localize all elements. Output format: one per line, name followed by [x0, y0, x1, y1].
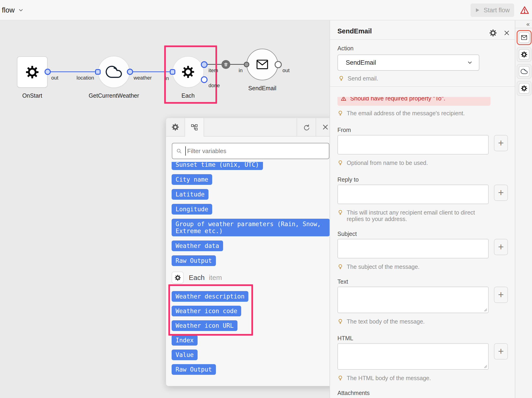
from-input[interactable] [337, 135, 489, 154]
action-hint: Send email. [338, 75, 378, 82]
error-message: Should have required property "To". [350, 97, 445, 102]
flow-name-dropdown[interactable]: flow [2, 0, 24, 20]
node-onstart[interactable] [17, 56, 48, 88]
html-input[interactable] [337, 343, 489, 370]
bulb-icon [337, 375, 343, 381]
resize-handle-icon[interactable] [484, 365, 487, 368]
each-node-icon [172, 272, 184, 284]
tab-variables[interactable] [185, 118, 204, 137]
port-label-in: in [165, 75, 169, 82]
validation-error-banner: Should have required property "To". [337, 97, 490, 106]
refresh-icon [303, 124, 310, 131]
subject-insert-variable-button[interactable]: + [494, 239, 508, 255]
port-label-sendemail-out: out [282, 68, 290, 74]
tree-icon [191, 124, 198, 131]
filter-variables-input[interactable] [187, 147, 329, 155]
variable-picker-popup: Sunset time (unix, UTC)City nameLatitude… [166, 118, 335, 386]
bulb-icon [337, 160, 343, 166]
gear-icon [172, 124, 179, 131]
port-label-weather: weather [133, 75, 152, 81]
inspector-title: SendEmail [337, 27, 372, 35]
node-sendemail[interactable] [247, 49, 278, 80]
cloud-icon [106, 63, 122, 80]
subject-row: + [337, 239, 508, 258]
node-sendemail-label: SendEmail [244, 85, 281, 92]
from-insert-variable-button[interactable]: + [494, 135, 508, 151]
text-label: Text [337, 278, 508, 285]
envelope-icon [256, 59, 268, 69]
gear-icon [26, 66, 38, 78]
reply-to-hint: This will instruct any recipient email c… [337, 209, 508, 222]
highlight-box-item-variables [168, 284, 253, 336]
collapse-icon: « [526, 21, 530, 28]
gear-icon [521, 51, 527, 57]
variable-chip[interactable]: Weather data [172, 240, 223, 251]
action-select[interactable]: SendEmail [337, 55, 479, 71]
port-label-done: done [209, 82, 220, 88]
port-getcurrentweather-location[interactable] [95, 69, 101, 75]
tab-bar-filler [204, 118, 297, 137]
warning-icon [341, 97, 347, 101]
close-inspector-button[interactable] [503, 29, 511, 37]
tab-settings[interactable] [166, 118, 185, 137]
output-variable-list: Sunset time (unix, UTC)City nameLatitude… [172, 162, 332, 266]
start-flow-button[interactable]: Start flow [470, 3, 514, 17]
port-getcurrentweather-weather[interactable] [127, 69, 133, 75]
variable-chip[interactable]: Group of weather parameters (Rain, Snow,… [172, 219, 330, 236]
variable-chip[interactable]: Longitude [172, 204, 212, 215]
flow-editor: flow Start flow OnStart out GetCur [0, 0, 532, 398]
reply-to-input[interactable] [337, 185, 489, 204]
variable-chip[interactable]: Latitude [172, 189, 209, 200]
port-sendemail-in[interactable] [244, 62, 249, 67]
nav-each-button[interactable] [517, 47, 532, 62]
resize-handle-icon[interactable] [484, 308, 487, 311]
flow-error-warning-icon[interactable] [519, 5, 530, 15]
variable-chip[interactable]: City name [172, 174, 212, 185]
port-label-location: location [76, 75, 94, 81]
start-flow-label: Start flow [484, 7, 510, 14]
attachments-label: Attachments [337, 390, 508, 396]
variable-chip[interactable]: Raw Output [172, 255, 216, 266]
node-onstart-label: OnStart [14, 92, 51, 99]
nav-onstart-button[interactable] [517, 81, 532, 96]
play-icon [475, 8, 480, 13]
text-input[interactable] [337, 287, 489, 313]
reply-to-row: + [337, 185, 508, 204]
subject-input[interactable] [337, 239, 489, 258]
node-quick-nav-strip: « [515, 20, 532, 398]
variable-chip[interactable]: Raw Output [172, 364, 216, 375]
variable-chip[interactable]: Index [172, 335, 198, 346]
action-label: Action [337, 45, 354, 52]
variable-chip[interactable]: Sunset time (unix, UTC) [172, 162, 263, 170]
collapse-panel-button[interactable]: « [515, 20, 532, 28]
port-label-out: out [51, 75, 58, 81]
node-settings-icon[interactable] [489, 29, 497, 37]
delete-connection-button[interactable] [222, 60, 230, 69]
nav-sendemail-button[interactable] [517, 30, 532, 45]
port-onstart-out[interactable] [44, 69, 51, 75]
variable-chip[interactable]: Value [172, 349, 198, 360]
node-getcurrentweather[interactable] [98, 56, 130, 88]
divider [330, 39, 515, 40]
from-label: From [337, 127, 508, 133]
text-cursor [185, 146, 186, 156]
port-each-done[interactable] [201, 76, 208, 83]
text-hint: The text body of the message. [337, 318, 508, 325]
html-insert-variable-button[interactable]: + [494, 343, 508, 360]
nav-getcurrentweather-button[interactable] [517, 64, 532, 79]
port-each-in[interactable] [170, 69, 175, 75]
port-sendemail-out[interactable] [275, 61, 282, 68]
close-icon [322, 124, 329, 131]
subject-hint: The subject of the message. [337, 264, 508, 270]
reply-to-insert-variable-button[interactable]: + [494, 185, 508, 201]
text-insert-variable-button[interactable]: + [494, 287, 508, 303]
envelope-icon [521, 35, 527, 40]
html-hint: The HTML body of the message. [337, 375, 508, 381]
variable-picker-tabs [166, 118, 335, 137]
from-row: + [337, 135, 508, 154]
port-each-item[interactable] [201, 61, 208, 68]
node-each[interactable] [172, 56, 204, 88]
gear-icon [521, 85, 527, 91]
node-getcurrentweather-label: GetCurrentWeather [81, 92, 146, 99]
refresh-button[interactable] [297, 118, 316, 137]
